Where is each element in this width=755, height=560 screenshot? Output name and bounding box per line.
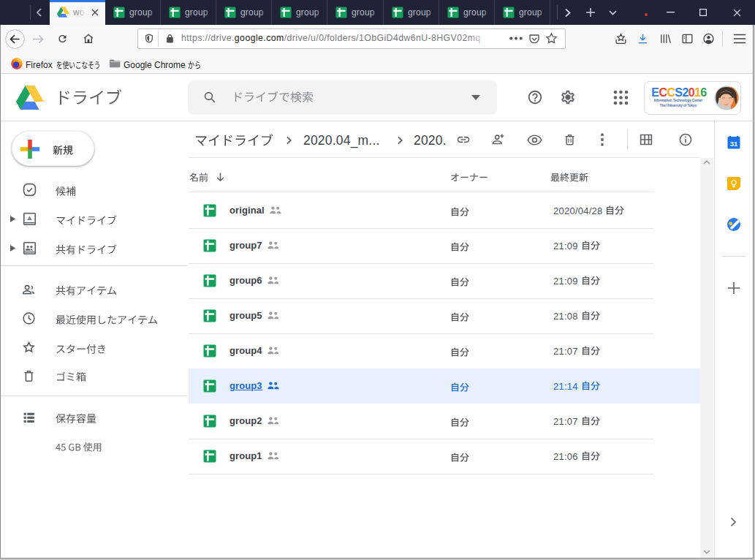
svg-text:31: 31	[730, 140, 738, 148]
